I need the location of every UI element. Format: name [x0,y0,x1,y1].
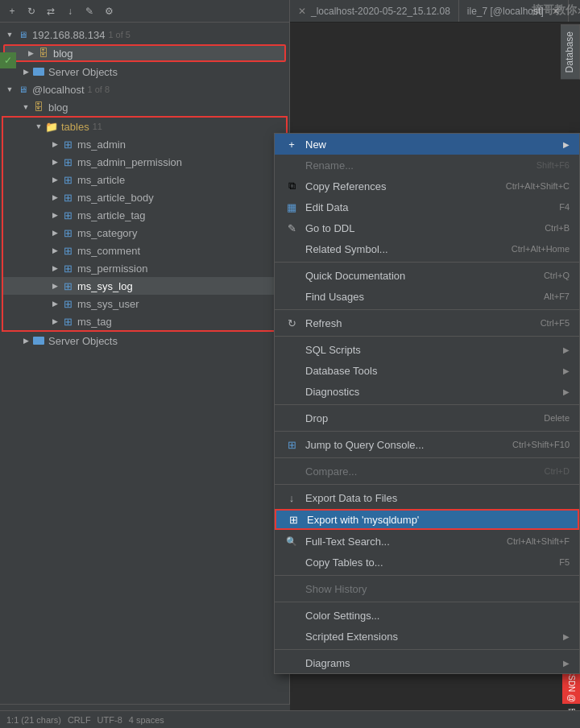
quick-doc-icon [284,268,299,283]
add-button[interactable]: + [3,2,21,20]
menu-item-find-usages[interactable]: Find Usages Alt+F7 [275,286,579,307]
menu-item-full-text-search[interactable]: 🔍 Full-Text Search... Ctrl+Alt+Shift+F [275,531,579,552]
folder-icon: 📁 [45,120,58,133]
menu-item-jump-console[interactable]: ⊞ Jump to Query Console... Ctrl+Shift+F1… [275,434,579,455]
server-objects-2-label: Server Objects [48,335,118,347]
localhost-node[interactable]: ▼ 🖥 @localhost 1 of 8 [0,81,289,98]
settings-button[interactable]: ⚙ [100,2,118,20]
expand-arrow: ▶ [19,65,32,78]
menu-compare-label: Compare... [305,465,528,478]
server-badge: 1 of 5 [108,30,130,39]
sync-button[interactable]: ⇄ [42,2,60,20]
menu-find-usages-label: Find Usages [305,291,528,303]
tables-badge: 11 [93,122,102,131]
separator [275,484,579,485]
menu-refresh-label: Refresh [305,317,524,329]
menu-item-quick-doc[interactable]: Quick Documentation Ctrl+Q [275,265,579,286]
expand-arrow: ▶ [48,262,61,275]
table-row[interactable]: ▶ ⊞ ms_category [3,224,286,242]
menu-jump-console-label: Jump to Query Console... [305,439,496,451]
left-panel: + ↻ ⇄ ↓ ✎ ⚙ ✓ ▼ 🖥 192.168.88.134 1 of 5 … [0,0,290,728]
menu-item-sql-scripts[interactable]: SQL Scripts ▶ [275,339,579,360]
server-icon: 🖥 [16,28,29,41]
drop-shortcut: Delete [544,413,570,423]
table-row[interactable]: ▶ ⊞ ms_article [3,171,286,188]
copy-tables-icon [284,555,299,569]
menu-item-color-settings[interactable]: Color Settings... [275,605,579,626]
table-row[interactable]: ▶ ⊞ ms_comment [3,242,286,259]
menu-scripted-ext-label: Scripted Extensions [305,631,560,643]
table-row[interactable]: ▶ ⊞ ms_sys_user [3,295,286,312]
menu-item-diagrams[interactable]: Diagrams ▶ [275,652,579,673]
table-row[interactable]: ▶ ⊞ ms_article_body [3,188,286,206]
expand-arrow: ▶ [48,315,61,328]
table-row[interactable]: ▶ ⊞ ms_article_tag [3,206,286,224]
menu-drop-label: Drop [305,412,528,424]
edit-data-shortcut: F4 [559,202,570,212]
table-name: ms_sys_user [77,298,139,310]
menu-item-export-files[interactable]: ↓ Export Data to Files [275,487,579,508]
diagnostics-icon [284,384,299,399]
menu-item-new[interactable]: + New ▶ [275,134,579,155]
tables-label: tables [61,121,89,133]
menu-item-scripted-ext[interactable]: Scripted Extensions ▶ [275,626,579,647]
table-row[interactable]: ▶ ⊞ ms_sys_log [3,277,286,295]
table-icon: ⊞ [61,244,74,257]
menu-item-go-ddl[interactable]: ✎ Go to DDL Ctrl+B [275,217,579,238]
go-ddl-icon: ✎ [284,221,299,235]
tab-label: _localhost-2020-05-22_15.12.08 [311,6,450,17]
related-shortcut: Ctrl+Alt+Home [512,244,570,254]
menu-item-copy-ref[interactable]: ⧉ Copy References Ctrl+Alt+Shift+C [275,176,579,196]
expand-arrow: ▶ [48,279,61,292]
menu-related-label: Related Symbol... [305,243,495,255]
table-row[interactable]: ▶ ⊞ ms_admin [3,135,286,153]
menu-db-tools-label: Database Tools [305,365,560,377]
go-ddl-shortcut: Ctrl+B [545,223,570,233]
tables-folder[interactable]: ▼ 📁 tables 11 [3,118,286,135]
expand-arrow: ▼ [19,101,32,114]
menu-diagrams-label: Diagrams [305,657,560,669]
server-node[interactable]: ▼ 🖥 192.168.88.134 1 of 5 [0,26,289,43]
server-objects-2[interactable]: ▶ Server Objects [0,332,289,350]
menu-item-db-tools[interactable]: Database Tools ▶ [275,360,579,381]
tab-close[interactable]: ✕ [298,6,306,17]
database-tab[interactable]: Database [561,24,580,79]
menu-item-related[interactable]: Related Symbol... Ctrl+Alt+Home [275,238,579,259]
menu-item-copy-tables[interactable]: Copy Tables to... F5 [275,552,579,573]
table-row[interactable]: ▶ ⊞ ms_tag [3,312,286,330]
refresh-button[interactable]: ↻ [23,2,40,20]
diagrams-icon [284,656,299,670]
submenu-arrow: ▶ [563,140,570,149]
edit-button[interactable]: ✎ [81,2,98,20]
status-bar: 1:1 (21 chars) CRLF UTF-8 4 spaces [0,710,580,728]
menu-color-settings-label: Color Settings... [305,610,570,622]
blog-node[interactable]: ▶ 🗄 blog [3,44,286,62]
expand-arrow: ▼ [32,120,45,133]
menu-item-refresh[interactable]: ↻ Refresh Ctrl+F5 [275,312,579,333]
blog-db-icon: 🗄 [37,47,50,60]
submenu-arrow: ▶ [563,632,570,641]
menu-item-rename: Rename... Shift+F6 [275,155,579,176]
related-icon [284,242,299,256]
server-objects-1[interactable]: ▶ Server Objects [0,63,289,81]
table-list: ▶ ⊞ ms_admin ▶ ⊞ ms_admin_permission ▶ ⊞… [3,135,286,330]
connection-status: ✓ [0,52,16,68]
show-history-icon [284,581,299,596]
quick-doc-shortcut: Ctrl+Q [544,271,570,280]
filter-button[interactable]: ↓ [61,2,79,20]
localhost-icon: 🖥 [16,83,29,96]
table-name: ms_comment [77,245,140,257]
menu-item-diagnostics[interactable]: Diagnostics ▶ [275,381,579,402]
tab-close[interactable]: ✕ [577,6,580,17]
tab-localhost[interactable]: ✕ _localhost-2020-05-22_15.12.08 [290,0,459,22]
menu-sql-scripts-label: SQL Scripts [305,344,560,356]
table-name: ms_tag [77,316,112,328]
blog-db-node[interactable]: ▼ 🗄 blog [0,98,289,116]
table-row[interactable]: ▶ ⊞ ms_admin_permission [3,153,286,171]
table-row[interactable]: ▶ ⊞ ms_permission [3,259,286,277]
menu-item-edit-data[interactable]: ▦ Edit Data F4 [275,196,579,217]
table-name: ms_article_body [77,192,154,204]
menu-item-drop[interactable]: Drop Delete [275,407,579,428]
separator [275,649,579,650]
menu-item-export-mysqldump[interactable]: ⊞ Export with 'mysqldump' [275,509,579,530]
